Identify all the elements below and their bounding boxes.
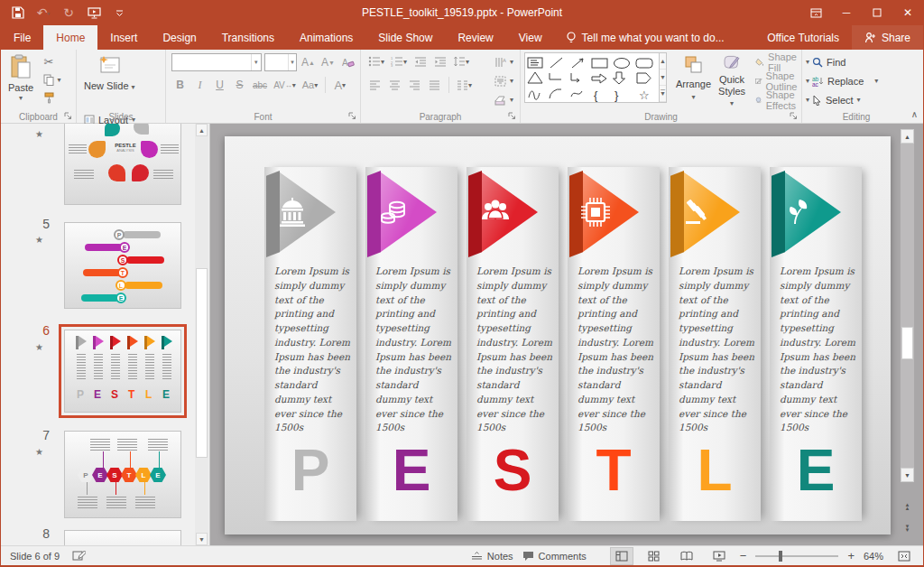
bullets-button[interactable]: ▾: [366, 52, 386, 70]
letter-e2[interactable]: E: [770, 442, 862, 499]
thumbnail-slide-8[interactable]: [64, 530, 181, 545]
tell-me-box[interactable]: Tell me what you want to do...: [555, 25, 735, 50]
new-slide-button[interactable]: New Slide ▾: [80, 52, 139, 110]
zoom-level[interactable]: 64%: [864, 551, 883, 562]
fit-slide-to-window-button[interactable]: [892, 547, 916, 565]
clipboard-dialog-launcher-icon[interactable]: [64, 112, 73, 121]
italic-button[interactable]: I: [191, 76, 208, 94]
tab-file[interactable]: File: [1, 25, 43, 50]
customize-qat-icon[interactable]: [111, 5, 127, 21]
text-direction-button[interactable]: A▾: [492, 52, 516, 71]
zoom-out-button[interactable]: −: [740, 549, 747, 562]
reading-view-button[interactable]: [675, 547, 698, 565]
column-body-text[interactable]: Lorem Ipsum is simply dummy text of the …: [578, 265, 655, 435]
quick-styles-button[interactable]: Quick Styles ▾: [715, 52, 749, 110]
zoom-slider[interactable]: [755, 555, 838, 557]
zoom-slider-thumb[interactable]: [779, 551, 782, 562]
letter-s[interactable]: S: [467, 442, 559, 499]
align-text-button[interactable]: ▾: [492, 71, 516, 90]
close-icon[interactable]: ✕: [892, 0, 923, 25]
align-left-button[interactable]: [366, 76, 383, 94]
redo-icon[interactable]: ↻: [60, 5, 77, 21]
maximize-icon[interactable]: [862, 0, 892, 25]
shapes-gallery[interactable]: { } ☆: [524, 52, 660, 103]
column-body-text[interactable]: Lorem Ipsum is simply dummy text of the …: [679, 265, 756, 435]
gallery-more-icon[interactable]: ▼─: [660, 86, 666, 102]
font-name-input[interactable]: [172, 54, 251, 70]
increase-font-size-button[interactable]: A▲: [300, 53, 317, 71]
pestle-column-technological[interactable]: Lorem Ipsum is simply dummy text of the …: [568, 167, 660, 521]
font-name-combobox[interactable]: ▾: [171, 53, 262, 71]
collapse-ribbon-icon[interactable]: ∧: [911, 109, 918, 119]
gallery-down-icon[interactable]: ▼: [660, 70, 666, 86]
convert-to-smartart-button[interactable]: ▾: [492, 90, 516, 109]
tab-animations[interactable]: Animations: [287, 25, 365, 50]
justify-button[interactable]: [426, 76, 443, 94]
undo-icon[interactable]: ↶▾: [35, 5, 51, 21]
drawing-dialog-launcher-icon[interactable]: [790, 112, 799, 121]
tab-review[interactable]: Review: [445, 25, 505, 50]
font-size-combobox[interactable]: ▾: [264, 53, 297, 71]
align-right-button[interactable]: [406, 76, 423, 94]
pestle-column-environmental[interactable]: Lorem Ipsum is simply dummy text of the …: [770, 167, 862, 521]
column-body-text[interactable]: Lorem Ipsum is simply dummy text of the …: [476, 265, 554, 435]
replace-button[interactable]: abac Replace▾: [809, 71, 881, 90]
thumbnail-slide-4[interactable]: PESTLE ANALYSIS: [64, 124, 181, 205]
cut-button[interactable]: ✂: [42, 52, 62, 70]
pestle-column-political[interactable]: Lorem Ipsum is simply dummy text of the …: [264, 167, 356, 521]
tab-design[interactable]: Design: [150, 25, 208, 50]
font-size-input[interactable]: [265, 54, 288, 70]
decrease-font-size-button[interactable]: A▼: [319, 53, 337, 71]
underline-button[interactable]: U: [211, 76, 228, 94]
letter-p[interactable]: P: [264, 442, 356, 499]
line-spacing-button[interactable]: ▾: [451, 52, 471, 70]
thumbnail-slide-5[interactable]: P E S T L E: [64, 222, 181, 309]
letter-e[interactable]: E: [365, 442, 457, 499]
thumbnail-slide-7[interactable]: P E S T L E: [64, 431, 181, 518]
column-body-text[interactable]: Lorem Ipsum is simply dummy text of the …: [274, 265, 352, 435]
thumbnail-panel-scrollbar[interactable]: ▲ ▼: [195, 124, 208, 545]
character-spacing-button[interactable]: AV↔▾: [272, 76, 298, 94]
change-case-button[interactable]: Aa▾: [300, 76, 319, 94]
numbering-button[interactable]: 123▾: [389, 52, 409, 70]
office-tutorials-link[interactable]: Office Tutorials: [754, 25, 852, 50]
pestle-column-economic[interactable]: Lorem Ipsum is simply dummy text of the …: [365, 167, 457, 521]
bold-button[interactable]: B: [171, 76, 189, 94]
increase-indent-button[interactable]: [431, 52, 448, 70]
format-painter-button[interactable]: [42, 88, 62, 107]
tab-transitions[interactable]: Transitions: [209, 25, 287, 50]
gallery-up-icon[interactable]: ▲: [660, 53, 666, 70]
comments-button[interactable]: Comments: [522, 551, 587, 562]
letter-l[interactable]: L: [669, 442, 761, 499]
pestle-column-social[interactable]: Lorem Ipsum is simply dummy text of the …: [467, 167, 559, 521]
tab-insert[interactable]: Insert: [97, 25, 150, 50]
decrease-indent-button[interactable]: [411, 52, 429, 70]
pestle-column-legal[interactable]: Lorem Ipsum is simply dummy text of the …: [669, 167, 761, 521]
next-slide-button[interactable]: ▼▼: [900, 520, 915, 536]
tab-slideshow[interactable]: Slide Show: [365, 25, 445, 50]
strikethrough-button[interactable]: abc: [251, 76, 269, 94]
panel-scroll-up-icon[interactable]: ▲: [196, 124, 208, 136]
share-button[interactable]: Share: [852, 25, 923, 50]
scroll-down-icon[interactable]: ▼: [901, 468, 914, 482]
paragraph-dialog-launcher-icon[interactable]: [508, 112, 517, 121]
minimize-icon[interactable]: ─: [831, 0, 862, 25]
save-icon[interactable]: [10, 5, 26, 21]
slide-show-view-button[interactable]: [707, 547, 731, 565]
column-body-text[interactable]: Lorem Ipsum is simply dummy text of the …: [375, 265, 453, 435]
find-button[interactable]: Find: [809, 52, 881, 71]
scroll-up-icon[interactable]: ▲: [901, 129, 914, 144]
paste-button[interactable]: Paste▾: [5, 52, 37, 110]
align-center-button[interactable]: [386, 76, 403, 94]
copy-button[interactable]: ▾: [42, 70, 62, 88]
clear-formatting-button[interactable]: A: [339, 53, 356, 71]
arrange-button[interactable]: Arrange▾: [672, 52, 715, 110]
scroll-thumb[interactable]: [901, 327, 913, 359]
zoom-in-button[interactable]: +: [847, 549, 855, 562]
letter-t[interactable]: T: [568, 442, 660, 499]
ribbon-display-options-icon[interactable]: [800, 0, 831, 25]
columns-button[interactable]: ▾: [455, 76, 474, 94]
start-slideshow-icon[interactable]: [86, 5, 102, 21]
tab-view[interactable]: View: [506, 25, 555, 50]
thumbnail-slide-6-selected[interactable]: P E S T L E: [59, 324, 187, 418]
